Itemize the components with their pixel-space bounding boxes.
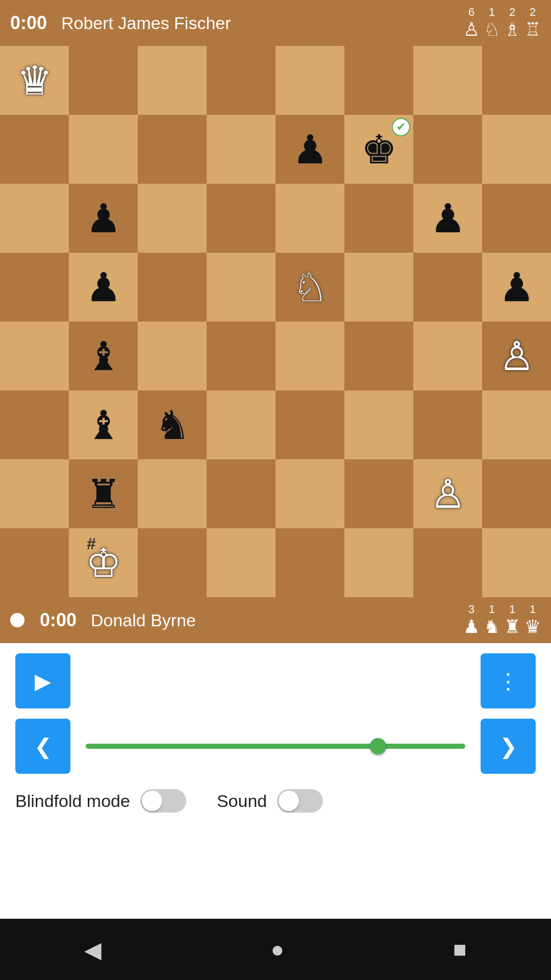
cell-2-1[interactable]: ♟ [69, 184, 138, 253]
piece-5-2: ♞ [155, 405, 190, 445]
cell-4-0[interactable] [0, 322, 69, 390]
cell-6-7[interactable] [482, 459, 551, 528]
cell-6-2[interactable] [138, 459, 207, 528]
chess-board[interactable]: ♛♟✔♚♟♟♟♘♟♝♙♝♞♜♙#♔ [0, 46, 551, 597]
cell-4-6[interactable] [413, 322, 482, 390]
cell-0-5[interactable] [344, 46, 413, 115]
cell-5-3[interactable] [207, 390, 276, 459]
cell-6-0[interactable] [0, 459, 69, 528]
play-button[interactable]: ▶ [15, 653, 70, 708]
cell-2-3[interactable] [207, 184, 276, 253]
cell-4-7[interactable]: ♙ [482, 322, 551, 390]
progress-slider-track[interactable] [86, 744, 465, 749]
cell-6-6[interactable]: ♙ [413, 459, 482, 528]
chess-board-container[interactable]: ♛♟✔♚♟♟♟♘♟♝♙♝♞♜♙#♔ [0, 46, 551, 597]
cell-6-3[interactable] [207, 459, 276, 528]
cell-7-3[interactable] [207, 528, 276, 597]
cell-0-3[interactable] [207, 46, 276, 115]
piece-3-1: ♟ [86, 267, 121, 307]
cell-3-6[interactable] [413, 253, 482, 322]
cell-2-2[interactable] [138, 184, 207, 253]
cell-7-2[interactable] [138, 528, 207, 597]
cell-0-1[interactable] [69, 46, 138, 115]
cell-1-7[interactable] [482, 115, 551, 184]
cell-4-5[interactable] [344, 322, 413, 390]
cell-1-5[interactable]: ✔♚ [344, 115, 413, 184]
cell-5-1[interactable]: ♝ [69, 390, 138, 459]
cell-7-1[interactable]: #♔ [69, 528, 138, 597]
cell-3-0[interactable] [0, 253, 69, 322]
cell-6-4[interactable] [276, 459, 344, 528]
cell-3-1[interactable]: ♟ [69, 253, 138, 322]
cell-6-1[interactable]: ♜ [69, 459, 138, 528]
cell-7-0[interactable] [0, 528, 69, 597]
cell-4-1[interactable]: ♝ [69, 322, 138, 390]
piece-4-1: ♝ [86, 336, 121, 376]
top-player-bar: 0:00 Robert James Fischer 6 ♙ 1 ♘ 2 ♗ 2 … [0, 0, 551, 46]
cell-1-4[interactable]: ♟ [276, 115, 344, 184]
blindfold-toggle[interactable] [140, 789, 186, 813]
cap-group-knight-bottom: 1 ♞ [484, 603, 500, 638]
cell-7-6[interactable] [413, 528, 482, 597]
top-player-name: Robert James Fischer [61, 13, 453, 33]
cell-7-5[interactable] [344, 528, 413, 597]
bottom-captured-pieces: 3 ♟ 1 ♞ 1 ♜ 1 ♛ [463, 603, 541, 638]
cell-5-5[interactable] [344, 390, 413, 459]
cell-2-4[interactable] [276, 184, 344, 253]
cell-0-2[interactable] [138, 46, 207, 115]
nav-back-icon[interactable]: ◀ [84, 937, 102, 963]
cell-2-5[interactable] [344, 184, 413, 253]
cell-6-5[interactable] [344, 459, 413, 528]
cell-0-4[interactable] [276, 46, 344, 115]
next-icon: ❯ [499, 734, 517, 759]
cell-5-6[interactable] [413, 390, 482, 459]
cell-2-0[interactable] [0, 184, 69, 253]
nav-bar: ◀ ● ■ [0, 919, 551, 980]
cell-7-7[interactable] [482, 528, 551, 597]
cell-5-0[interactable] [0, 390, 69, 459]
cell-1-6[interactable] [413, 115, 482, 184]
cell-1-0[interactable] [0, 115, 69, 184]
cap-group-pawn-bottom: 3 ♟ [463, 603, 480, 638]
bottom-player-timer: 0:00 [40, 609, 81, 631]
cell-5-2[interactable]: ♞ [138, 390, 207, 459]
cell-3-2[interactable] [138, 253, 207, 322]
sound-toggle-group: Sound [217, 789, 323, 813]
cell-1-3[interactable] [207, 115, 276, 184]
prev-button[interactable]: ❮ [15, 719, 70, 774]
cell-0-7[interactable] [482, 46, 551, 115]
cell-4-3[interactable] [207, 322, 276, 390]
cell-0-0[interactable]: ♛ [0, 46, 69, 115]
cell-7-4[interactable] [276, 528, 344, 597]
cell-3-7[interactable]: ♟ [482, 253, 551, 322]
piece-5-1: ♝ [86, 405, 121, 445]
piece-2-6: ♟ [430, 199, 466, 238]
toggles-row: Blindfold mode Sound [15, 784, 536, 818]
cell-0-6[interactable] [413, 46, 482, 115]
cell-4-2[interactable] [138, 322, 207, 390]
check-badge: ✔ [392, 118, 410, 136]
progress-slider-container[interactable] [81, 744, 470, 749]
nav-home-icon[interactable]: ● [270, 937, 284, 962]
more-button[interactable]: ⋮ [481, 653, 536, 708]
cell-1-1[interactable] [69, 115, 138, 184]
cell-3-3[interactable] [207, 253, 276, 322]
piece-4-7: ♙ [499, 336, 535, 376]
cell-4-4[interactable] [276, 322, 344, 390]
cell-5-7[interactable] [482, 390, 551, 459]
nav-recent-icon[interactable]: ■ [453, 937, 467, 962]
cap-group-rook-top: 2 ♖ [524, 6, 541, 40]
cell-3-5[interactable] [344, 253, 413, 322]
piece-2-1: ♟ [86, 199, 121, 238]
bottom-player-name: Donald Byrne [91, 610, 453, 630]
progress-slider-thumb[interactable] [370, 738, 386, 754]
cell-2-6[interactable]: ♟ [413, 184, 482, 253]
sound-toggle[interactable] [277, 789, 323, 813]
next-button[interactable]: ❯ [481, 719, 536, 774]
cell-1-2[interactable] [138, 115, 207, 184]
top-captured-pieces: 6 ♙ 1 ♘ 2 ♗ 2 ♖ [463, 6, 541, 40]
cell-2-7[interactable] [482, 184, 551, 253]
cell-5-4[interactable] [276, 390, 344, 459]
play-icon: ▶ [35, 669, 51, 694]
cell-3-4[interactable]: ♘ [276, 253, 344, 322]
